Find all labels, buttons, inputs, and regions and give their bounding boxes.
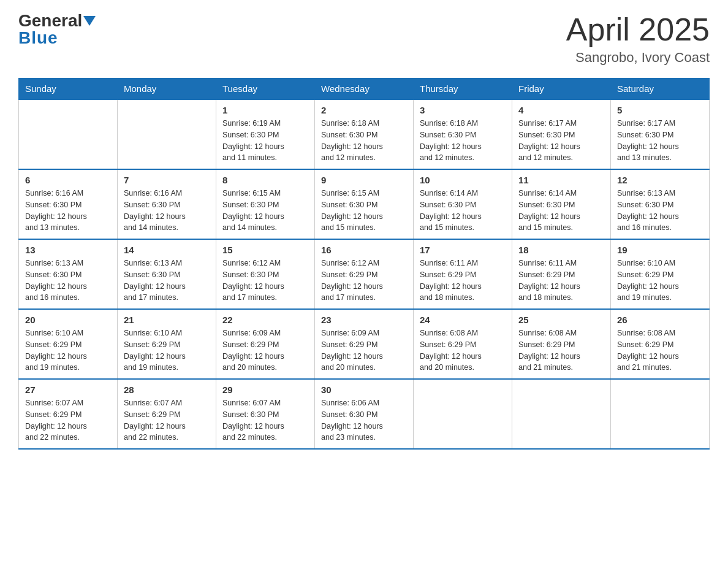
calendar-cell: 18Sunrise: 6:11 AM Sunset: 6:29 PM Dayli… (512, 239, 611, 309)
calendar-cell: 25Sunrise: 6:08 AM Sunset: 6:29 PM Dayli… (512, 309, 611, 379)
day-number: 19 (617, 245, 703, 255)
calendar-cell (512, 379, 611, 449)
logo-general: General (18, 12, 82, 29)
logo: General Blue (18, 12, 96, 48)
column-header-sunday: Sunday (19, 79, 118, 100)
calendar-cell: 1Sunrise: 6:19 AM Sunset: 6:30 PM Daylig… (216, 99, 315, 169)
day-number: 5 (617, 105, 703, 115)
day-info: Sunrise: 6:17 AM Sunset: 6:30 PM Dayligh… (518, 118, 604, 164)
column-header-friday: Friday (512, 79, 611, 100)
day-info: Sunrise: 6:07 AM Sunset: 6:29 PM Dayligh… (124, 397, 210, 443)
calendar-cell: 14Sunrise: 6:13 AM Sunset: 6:30 PM Dayli… (118, 239, 216, 309)
day-info: Sunrise: 6:09 AM Sunset: 6:29 PM Dayligh… (222, 327, 308, 373)
day-number: 26 (617, 315, 703, 325)
day-info: Sunrise: 6:19 AM Sunset: 6:30 PM Dayligh… (222, 118, 308, 164)
day-info: Sunrise: 6:10 AM Sunset: 6:29 PM Dayligh… (124, 327, 210, 373)
calendar-cell: 17Sunrise: 6:11 AM Sunset: 6:29 PM Dayli… (414, 239, 512, 309)
calendar-cell: 20Sunrise: 6:10 AM Sunset: 6:29 PM Dayli… (19, 309, 118, 379)
day-info: Sunrise: 6:13 AM Sunset: 6:30 PM Dayligh… (25, 258, 111, 304)
day-info: Sunrise: 6:15 AM Sunset: 6:30 PM Dayligh… (321, 188, 407, 234)
calendar-cell: 29Sunrise: 6:07 AM Sunset: 6:30 PM Dayli… (216, 379, 315, 449)
calendar-cell: 28Sunrise: 6:07 AM Sunset: 6:29 PM Dayli… (118, 379, 216, 449)
calendar-cell (19, 99, 118, 169)
day-info: Sunrise: 6:17 AM Sunset: 6:30 PM Dayligh… (617, 118, 703, 164)
day-info: Sunrise: 6:11 AM Sunset: 6:29 PM Dayligh… (420, 258, 506, 304)
day-number: 11 (518, 175, 604, 185)
day-number: 15 (222, 245, 308, 255)
day-number: 10 (420, 175, 506, 185)
calendar-week-2: 6Sunrise: 6:16 AM Sunset: 6:30 PM Daylig… (19, 169, 710, 239)
calendar-cell: 12Sunrise: 6:13 AM Sunset: 6:30 PM Dayli… (611, 169, 710, 239)
calendar-cell: 15Sunrise: 6:12 AM Sunset: 6:30 PM Dayli… (216, 239, 315, 309)
logo-triangle-icon (83, 16, 96, 26)
calendar-cell: 26Sunrise: 6:08 AM Sunset: 6:29 PM Dayli… (611, 309, 710, 379)
day-info: Sunrise: 6:10 AM Sunset: 6:29 PM Dayligh… (617, 258, 703, 304)
day-info: Sunrise: 6:08 AM Sunset: 6:29 PM Dayligh… (420, 327, 506, 373)
day-number: 8 (222, 175, 308, 185)
calendar-cell: 2Sunrise: 6:18 AM Sunset: 6:30 PM Daylig… (315, 99, 414, 169)
day-number: 22 (222, 315, 308, 325)
day-number: 4 (518, 105, 604, 115)
column-header-thursday: Thursday (414, 79, 512, 100)
day-number: 13 (25, 245, 111, 255)
calendar-cell: 8Sunrise: 6:15 AM Sunset: 6:30 PM Daylig… (216, 169, 315, 239)
day-number: 20 (25, 315, 111, 325)
calendar-cell (118, 99, 216, 169)
column-header-monday: Monday (118, 79, 216, 100)
day-info: Sunrise: 6:10 AM Sunset: 6:29 PM Dayligh… (25, 327, 111, 373)
calendar-cell: 4Sunrise: 6:17 AM Sunset: 6:30 PM Daylig… (512, 99, 611, 169)
day-number: 14 (124, 245, 210, 255)
day-info: Sunrise: 6:12 AM Sunset: 6:30 PM Dayligh… (222, 258, 308, 304)
day-info: Sunrise: 6:09 AM Sunset: 6:29 PM Dayligh… (321, 327, 407, 373)
day-info: Sunrise: 6:07 AM Sunset: 6:30 PM Dayligh… (222, 397, 308, 443)
calendar-week-5: 27Sunrise: 6:07 AM Sunset: 6:29 PM Dayli… (19, 379, 710, 449)
calendar-cell (414, 379, 512, 449)
day-number: 27 (25, 385, 111, 395)
calendar-cell: 23Sunrise: 6:09 AM Sunset: 6:29 PM Dayli… (315, 309, 414, 379)
title-section: April 2025 Sangrobo, Ivory Coast (566, 12, 710, 66)
day-number: 24 (420, 315, 506, 325)
day-number: 6 (25, 175, 111, 185)
day-number: 29 (222, 385, 308, 395)
calendar-cell: 5Sunrise: 6:17 AM Sunset: 6:30 PM Daylig… (611, 99, 710, 169)
day-number: 25 (518, 315, 604, 325)
day-number: 21 (124, 315, 210, 325)
day-info: Sunrise: 6:16 AM Sunset: 6:30 PM Dayligh… (124, 188, 210, 234)
day-number: 23 (321, 315, 407, 325)
calendar-cell: 19Sunrise: 6:10 AM Sunset: 6:29 PM Dayli… (611, 239, 710, 309)
page-header: General Blue April 2025 Sangrobo, Ivory … (18, 12, 710, 66)
day-number: 18 (518, 245, 604, 255)
calendar-cell: 24Sunrise: 6:08 AM Sunset: 6:29 PM Dayli… (414, 309, 512, 379)
calendar-cell: 9Sunrise: 6:15 AM Sunset: 6:30 PM Daylig… (315, 169, 414, 239)
day-info: Sunrise: 6:11 AM Sunset: 6:29 PM Dayligh… (518, 258, 604, 304)
calendar-cell: 10Sunrise: 6:14 AM Sunset: 6:30 PM Dayli… (414, 169, 512, 239)
day-number: 17 (420, 245, 506, 255)
day-number: 28 (124, 385, 210, 395)
svg-marker-0 (83, 16, 96, 26)
calendar-cell: 21Sunrise: 6:10 AM Sunset: 6:29 PM Dayli… (118, 309, 216, 379)
logo-text: General (18, 12, 96, 29)
calendar-header: SundayMondayTuesdayWednesdayThursdayFrid… (19, 79, 710, 100)
column-header-tuesday: Tuesday (216, 79, 315, 100)
month-title: April 2025 (566, 12, 710, 47)
day-number: 9 (321, 175, 407, 185)
calendar-cell: 11Sunrise: 6:14 AM Sunset: 6:30 PM Dayli… (512, 169, 611, 239)
day-number: 2 (321, 105, 407, 115)
calendar-cell: 30Sunrise: 6:06 AM Sunset: 6:30 PM Dayli… (315, 379, 414, 449)
day-info: Sunrise: 6:08 AM Sunset: 6:29 PM Dayligh… (518, 327, 604, 373)
day-number: 30 (321, 385, 407, 395)
day-number: 1 (222, 105, 308, 115)
day-number: 7 (124, 175, 210, 185)
location: Sangrobo, Ivory Coast (566, 50, 710, 66)
day-info: Sunrise: 6:12 AM Sunset: 6:29 PM Dayligh… (321, 258, 407, 304)
column-header-saturday: Saturday (611, 79, 710, 100)
calendar-week-1: 1Sunrise: 6:19 AM Sunset: 6:30 PM Daylig… (19, 99, 710, 169)
day-number: 12 (617, 175, 703, 185)
calendar-body: 1Sunrise: 6:19 AM Sunset: 6:30 PM Daylig… (19, 99, 710, 449)
day-info: Sunrise: 6:18 AM Sunset: 6:30 PM Dayligh… (420, 118, 506, 164)
calendar-cell: 7Sunrise: 6:16 AM Sunset: 6:30 PM Daylig… (118, 169, 216, 239)
day-info: Sunrise: 6:13 AM Sunset: 6:30 PM Dayligh… (617, 188, 703, 234)
day-info: Sunrise: 6:18 AM Sunset: 6:30 PM Dayligh… (321, 118, 407, 164)
calendar-cell: 22Sunrise: 6:09 AM Sunset: 6:29 PM Dayli… (216, 309, 315, 379)
calendar-cell (611, 379, 710, 449)
